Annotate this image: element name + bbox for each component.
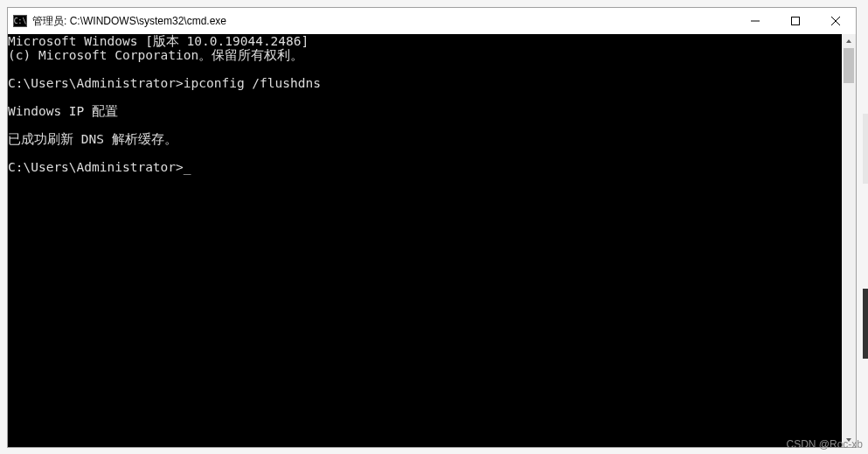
cmd-window: C:\ 管理员: C:\WINDOWS\system32\cmd.exe Mic… [7,7,857,448]
version-line: Microsoft Windows [版本 10.0.19044.2486] [8,34,309,48]
window-title: 管理员: C:\WINDOWS\system32\cmd.exe [32,14,226,29]
command-text: ipconfig /flushdns [184,76,321,90]
terminal-output[interactable]: Microsoft Windows [版本 10.0.19044.2486] (… [8,34,842,447]
client-area: Microsoft Windows [版本 10.0.19044.2486] (… [8,34,856,447]
svg-rect-0 [792,17,800,25]
prompt-path: C:\Users\Administrator> [8,160,184,174]
close-button[interactable] [816,8,856,34]
watermark-text: CSDN @Roc-xb [786,438,863,451]
minimize-button[interactable] [735,8,775,34]
copyright-line: (c) Microsoft Corporation。保留所有权利。 [8,48,303,62]
maximize-button[interactable] [775,8,816,34]
titlebar[interactable]: C:\ 管理员: C:\WINDOWS\system32\cmd.exe [8,8,856,34]
scroll-thumb[interactable] [844,48,854,83]
cursor: _ [184,160,191,174]
output-success: 已成功刷新 DNS 解析缓存。 [8,132,177,146]
output-header: Windows IP 配置 [8,104,118,118]
page-edge-decor [863,114,868,184]
cmd-icon: C:\ [13,15,27,27]
scroll-up-button[interactable] [842,34,856,48]
vertical-scrollbar[interactable] [842,34,856,447]
window-controls [735,8,856,34]
prompt-path: C:\Users\Administrator> [8,76,184,90]
